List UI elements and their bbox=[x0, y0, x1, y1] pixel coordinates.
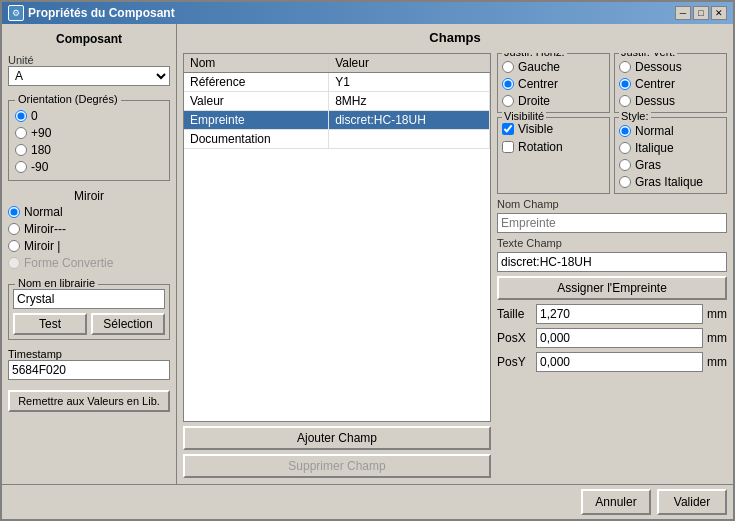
annuler-button[interactable]: Annuler bbox=[581, 489, 651, 515]
supprimer-champ-button[interactable]: Supprimer Champ bbox=[183, 454, 491, 478]
style-normal[interactable]: Normal bbox=[619, 124, 722, 138]
miroir-radio-group: Normal Miroir--- Miroir | Forme Converti… bbox=[8, 205, 170, 270]
content-area: Composant Unité A Orientation (Degrés) 0… bbox=[2, 24, 733, 484]
main-window: ⚙ Propriétés du Composant ─ □ ✕ Composan… bbox=[0, 0, 735, 521]
vert-dessous[interactable]: Dessous bbox=[619, 60, 722, 74]
titlebar: ⚙ Propriétés du Composant ─ □ ✕ bbox=[2, 2, 733, 24]
unite-select[interactable]: A bbox=[8, 66, 170, 86]
justif-vert-box: Justif. Vert. Dessous Centrer Dessus bbox=[614, 53, 727, 113]
vert-centrer[interactable]: Centrer bbox=[619, 77, 722, 91]
table-buttons-2: Supprimer Champ bbox=[183, 454, 491, 478]
justif-horiz-group: Gauche Centrer Droite bbox=[502, 60, 605, 108]
visible-checkbox[interactable]: Visible bbox=[502, 122, 605, 136]
right-controls: Justif. Horiz. Gauche Centrer Droite bbox=[497, 53, 727, 478]
posx-input[interactable] bbox=[536, 328, 703, 348]
miroir-normal[interactable]: Normal bbox=[8, 205, 170, 219]
table-row-selected[interactable]: Empreinte discret:HC-18UH bbox=[184, 111, 490, 130]
posx-unit: mm bbox=[707, 331, 727, 345]
posy-input[interactable] bbox=[536, 352, 703, 372]
miroir-h[interactable]: Miroir--- bbox=[8, 222, 170, 236]
table-area: Nom Valeur Référence Y1 Valeur bbox=[183, 53, 491, 478]
right-panel: Champs Nom Valeur bbox=[177, 24, 733, 484]
miroir-label: Miroir bbox=[8, 189, 170, 203]
timestamp-label: Timestamp bbox=[8, 348, 170, 360]
selection-button[interactable]: Sélection bbox=[91, 313, 165, 335]
unite-group: Unité A bbox=[8, 54, 170, 86]
nom-lib-label: Nom en librairie bbox=[15, 277, 98, 289]
posy-label: PosY bbox=[497, 355, 532, 369]
justif-vert-group: Dessous Centrer Dessus bbox=[619, 60, 722, 108]
data-table: Nom Valeur Référence Y1 Valeur bbox=[183, 53, 491, 422]
orientation-minus90[interactable]: -90 bbox=[15, 160, 163, 174]
justif-horiz-box: Justif. Horiz. Gauche Centrer Droite bbox=[497, 53, 610, 113]
table-buttons: Ajouter Champ bbox=[183, 426, 491, 450]
ajouter-champ-button[interactable]: Ajouter Champ bbox=[183, 426, 491, 450]
style-gras-italique[interactable]: Gras Italique bbox=[619, 175, 722, 189]
col-nom: Nom bbox=[184, 54, 329, 73]
valider-button[interactable]: Valider bbox=[657, 489, 727, 515]
justif-row: Justif. Horiz. Gauche Centrer Droite bbox=[497, 53, 727, 113]
miroir-v[interactable]: Miroir | bbox=[8, 239, 170, 253]
taille-row: Taille mm bbox=[497, 304, 727, 324]
posx-label: PosX bbox=[497, 331, 532, 345]
unite-label: Unité bbox=[8, 54, 170, 66]
taille-input[interactable] bbox=[536, 304, 703, 324]
justif-horiz-label: Justif. Horiz. bbox=[502, 53, 567, 58]
timestamp-input[interactable] bbox=[8, 360, 170, 380]
orientation-0[interactable]: 0 bbox=[15, 109, 163, 123]
vert-dessus[interactable]: Dessus bbox=[619, 94, 722, 108]
orientation-label: Orientation (Degrés) bbox=[15, 93, 121, 105]
champs-area: Nom Valeur Référence Y1 Valeur bbox=[183, 53, 727, 478]
timestamp-group: Timestamp bbox=[8, 346, 170, 380]
visibilite-label: Visibilité bbox=[502, 110, 546, 122]
window-icon: ⚙ bbox=[8, 5, 24, 21]
table-row[interactable]: Référence Y1 bbox=[184, 73, 490, 92]
posy-unit: mm bbox=[707, 355, 727, 369]
orientation-group: Orientation (Degrés) 0 +90 180 -90 bbox=[8, 100, 170, 181]
titlebar-left: ⚙ Propriétés du Composant bbox=[8, 5, 175, 21]
minimize-button[interactable]: ─ bbox=[675, 6, 691, 20]
maximize-button[interactable]: □ bbox=[693, 6, 709, 20]
style-gras[interactable]: Gras bbox=[619, 158, 722, 172]
posx-row: PosX mm bbox=[497, 328, 727, 348]
champs-title: Champs bbox=[183, 30, 727, 45]
col-valeur: Valeur bbox=[329, 54, 490, 73]
taille-unit: mm bbox=[707, 307, 727, 321]
style-group: Normal Italique Gras Gras Italique bbox=[619, 124, 722, 189]
bottom-buttons: Annuler Valider bbox=[2, 484, 733, 519]
texte-champ-group: Texte Champ bbox=[497, 237, 727, 272]
table-row[interactable]: Documentation bbox=[184, 130, 490, 149]
nom-champ-label: Nom Champ bbox=[497, 198, 727, 210]
justif-vert-label: Justif. Vert. bbox=[619, 53, 677, 58]
horiz-centrer[interactable]: Centrer bbox=[502, 77, 605, 91]
titlebar-buttons: ─ □ ✕ bbox=[675, 6, 727, 20]
posy-row: PosY mm bbox=[497, 352, 727, 372]
test-button[interactable]: Test bbox=[13, 313, 87, 335]
close-button[interactable]: ✕ bbox=[711, 6, 727, 20]
miroir-forme: Forme Convertie bbox=[8, 256, 170, 270]
nom-lib-input[interactable] bbox=[13, 289, 165, 309]
nom-champ-group: Nom Champ bbox=[497, 198, 727, 233]
assigner-button[interactable]: Assigner l'Empreinte bbox=[497, 276, 727, 300]
style-box: Style: Normal Italique Gras bbox=[614, 117, 727, 194]
rotation-checkbox[interactable]: Rotation bbox=[502, 140, 605, 154]
horiz-gauche[interactable]: Gauche bbox=[502, 60, 605, 74]
remettre-button[interactable]: Remettre aux Valeurs en Lib. bbox=[8, 390, 170, 412]
composant-section-label: Composant bbox=[8, 30, 170, 48]
table-row[interactable]: Valeur 8MHz bbox=[184, 92, 490, 111]
texte-champ-input[interactable] bbox=[497, 252, 727, 272]
lib-buttons: Test Sélection bbox=[13, 313, 165, 335]
horiz-droite[interactable]: Droite bbox=[502, 94, 605, 108]
visibilite-box: Visibilité Visible Rotation bbox=[497, 117, 610, 194]
texte-champ-label: Texte Champ bbox=[497, 237, 727, 249]
nom-champ-input[interactable] bbox=[497, 213, 727, 233]
style-italique[interactable]: Italique bbox=[619, 141, 722, 155]
miroir-group: Miroir Normal Miroir--- Miroir | Forme C… bbox=[8, 187, 170, 270]
left-panel: Composant Unité A Orientation (Degrés) 0… bbox=[2, 24, 177, 484]
orientation-180[interactable]: 180 bbox=[15, 143, 163, 157]
orientation-plus90[interactable]: +90 bbox=[15, 126, 163, 140]
vis-style-row: Visibilité Visible Rotation Style: bbox=[497, 117, 727, 194]
style-label: Style: bbox=[619, 110, 651, 122]
orientation-radio-group: 0 +90 180 -90 bbox=[15, 109, 163, 174]
window-title: Propriétés du Composant bbox=[28, 6, 175, 20]
